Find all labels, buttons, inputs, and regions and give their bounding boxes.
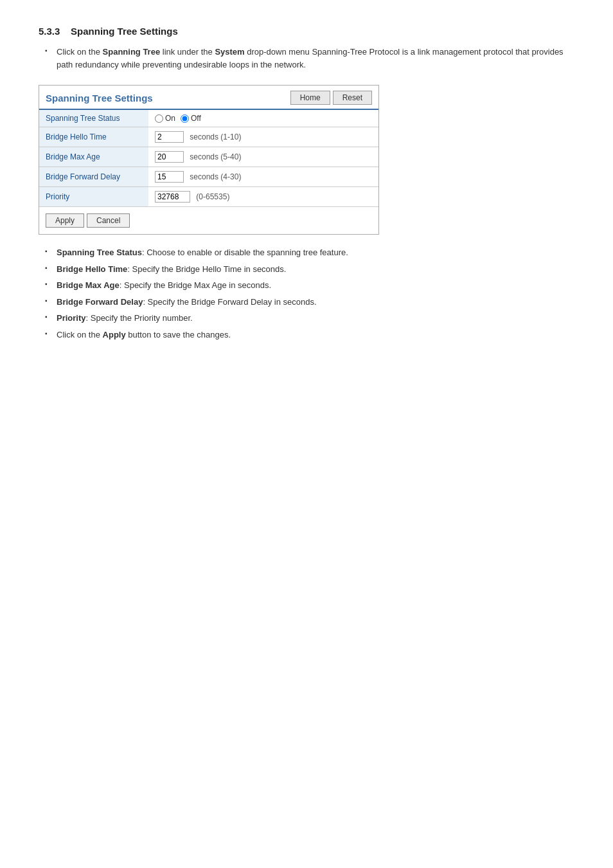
table-row: Spanning Tree Status On Off [39,110,378,127]
hello-time-input[interactable] [155,131,184,143]
desc-item-max-age: Bridge Max Age: Specify the Bridge Max A… [45,279,574,292]
radio-on-text: On [165,114,175,123]
cancel-button[interactable]: Cancel [87,213,130,228]
priority-input[interactable] [155,191,190,203]
header-buttons: Home Reset [290,91,372,105]
table-row: Bridge Hello Time seconds (1-10) [39,127,378,147]
intro-bold-2: System [215,47,244,57]
table-row: Bridge Max Age seconds (5-40) [39,147,378,167]
max-age-input[interactable] [155,151,184,163]
field-label-max-age: Bridge Max Age [39,147,148,167]
field-label-forward-delay: Bridge Forward Delay [39,167,148,187]
field-label-hello-time: Bridge Hello Time [39,127,148,147]
forward-delay-input[interactable] [155,171,184,183]
field-value-priority: (0-65535) [148,187,378,207]
table-row: Bridge Forward Delay seconds (4-30) [39,167,378,187]
settings-panel: Spanning Tree Settings Home Reset Spanni… [39,85,379,235]
desc-bold-hello: Bridge Hello Time [57,264,127,274]
desc-item-hello-time: Bridge Hello Time: Specify the Bridge He… [45,263,574,276]
desc-item-forward-delay: Bridge Forward Delay: Specify the Bridge… [45,296,574,309]
intro-bold-1: Spanning Tree [103,47,161,57]
divider [39,206,378,207]
priority-hint: (0-65535) [196,192,229,201]
field-label-priority: Priority [39,187,148,207]
radio-off[interactable] [181,114,189,123]
radio-off-text: Off [191,114,201,123]
desc-item-apply: Click on the Apply button to save the ch… [45,329,574,341]
section-title: Spanning Tree Settings [71,26,178,37]
radio-off-label[interactable]: Off [181,114,201,123]
desc-bold-priority: Priority [57,313,86,323]
field-value-hello-time: seconds (1-10) [148,127,378,147]
desc-item-priority: Priority: Specify the Priority number. [45,312,574,325]
settings-panel-title: Spanning Tree Settings [46,93,153,104]
radio-on-label[interactable]: On [155,114,175,123]
section-heading: 5.3.3 Spanning Tree Settings [39,26,574,37]
desc-bold-stp: Spanning Tree Status [57,248,142,257]
settings-header: Spanning Tree Settings Home Reset [39,86,378,110]
home-button[interactable]: Home [290,91,330,105]
forward-delay-hint: seconds (4-30) [190,172,241,181]
field-value-max-age: seconds (5-40) [148,147,378,167]
action-buttons: Apply Cancel [39,211,378,234]
desc-item-stp-status: Spanning Tree Status: Choose to enable o… [45,246,574,259]
field-value-forward-delay: seconds (4-30) [148,167,378,187]
desc-bold-apply: Apply [103,330,126,339]
desc-bold-forward-delay: Bridge Forward Delay [57,297,143,307]
field-label-stp-status: Spanning Tree Status [39,110,148,127]
max-age-hint: seconds (5-40) [190,152,241,161]
reset-button[interactable]: Reset [333,91,372,105]
radio-group-stp: On Off [155,114,372,123]
hello-time-hint: seconds (1-10) [190,132,241,141]
radio-on[interactable] [155,114,163,123]
desc-bold-max-age: Bridge Max Age [57,280,120,290]
apply-button[interactable]: Apply [46,213,84,228]
description-list: Spanning Tree Status: Choose to enable o… [39,246,574,341]
section-number: 5.3.3 [39,26,60,37]
settings-table: Spanning Tree Status On Off [39,110,378,206]
intro-item: Click on the Spanning Tree link under th… [45,46,574,71]
table-row: Priority (0-65535) [39,187,378,207]
field-value-stp-status: On Off [148,110,378,127]
intro-bullets: Click on the Spanning Tree link under th… [39,46,574,71]
